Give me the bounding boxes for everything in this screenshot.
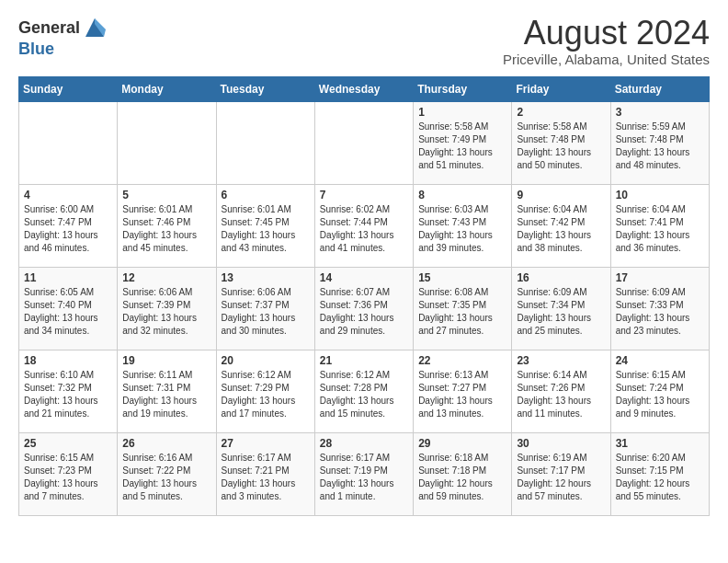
day-number: 15 xyxy=(418,271,506,284)
calendar-week-row: 1Sunrise: 5:58 AM Sunset: 7:49 PM Daylig… xyxy=(19,101,710,184)
column-header-wednesday: Wednesday xyxy=(314,76,413,101)
cell-content: Sunrise: 6:01 AM Sunset: 7:45 PM Dayligh… xyxy=(222,203,310,255)
calendar-cell: 2Sunrise: 5:58 AM Sunset: 7:48 PM Daylig… xyxy=(512,101,610,184)
column-header-monday: Monday xyxy=(118,76,216,101)
cell-content: Sunrise: 6:09 AM Sunset: 7:34 PM Dayligh… xyxy=(517,286,605,338)
day-number: 23 xyxy=(517,354,605,367)
calendar-week-row: 25Sunrise: 6:15 AM Sunset: 7:23 PM Dayli… xyxy=(19,432,710,515)
day-number: 6 xyxy=(222,189,310,201)
day-number: 31 xyxy=(616,437,704,450)
day-number: 4 xyxy=(24,189,112,201)
day-number: 13 xyxy=(222,271,310,284)
calendar-week-row: 18Sunrise: 6:10 AM Sunset: 7:32 PM Dayli… xyxy=(19,350,710,432)
calendar-cell xyxy=(118,101,216,184)
calendar-cell: 15Sunrise: 6:08 AM Sunset: 7:35 PM Dayli… xyxy=(414,267,512,350)
day-number: 12 xyxy=(122,271,210,284)
calendar-header-row: SundayMondayTuesdayWednesdayThursdayFrid… xyxy=(19,76,710,101)
cell-content: Sunrise: 6:13 AM Sunset: 7:27 PM Dayligh… xyxy=(418,369,506,420)
cell-content: Sunrise: 6:17 AM Sunset: 7:19 PM Dayligh… xyxy=(320,452,408,503)
cell-content: Sunrise: 5:58 AM Sunset: 7:48 PM Dayligh… xyxy=(517,121,605,172)
cell-content: Sunrise: 6:18 AM Sunset: 7:18 PM Dayligh… xyxy=(418,452,506,503)
cell-content: Sunrise: 6:10 AM Sunset: 7:32 PM Dayligh… xyxy=(24,369,112,420)
calendar-cell: 10Sunrise: 6:04 AM Sunset: 7:41 PM Dayli… xyxy=(610,184,709,267)
day-number: 27 xyxy=(222,437,310,450)
cell-content: Sunrise: 6:16 AM Sunset: 7:22 PM Dayligh… xyxy=(122,452,210,503)
day-number: 14 xyxy=(320,271,408,284)
calendar-cell: 26Sunrise: 6:16 AM Sunset: 7:22 PM Dayli… xyxy=(118,432,216,515)
column-header-sunday: Sunday xyxy=(19,76,118,101)
cell-content: Sunrise: 6:04 AM Sunset: 7:41 PM Dayligh… xyxy=(616,203,704,255)
day-number: 5 xyxy=(122,189,210,201)
day-number: 9 xyxy=(517,189,605,201)
day-number: 2 xyxy=(517,106,605,119)
calendar-cell: 8Sunrise: 6:03 AM Sunset: 7:43 PM Daylig… xyxy=(414,184,512,267)
calendar-cell: 11Sunrise: 6:05 AM Sunset: 7:40 PM Dayli… xyxy=(19,267,118,350)
calendar-table: SundayMondayTuesdayWednesdayThursdayFrid… xyxy=(18,76,710,516)
cell-content: Sunrise: 6:04 AM Sunset: 7:42 PM Dayligh… xyxy=(517,203,605,255)
cell-content: Sunrise: 6:07 AM Sunset: 7:36 PM Dayligh… xyxy=(320,286,408,338)
day-number: 24 xyxy=(616,354,704,367)
calendar-cell: 23Sunrise: 6:14 AM Sunset: 7:26 PM Dayli… xyxy=(512,350,610,432)
day-number: 17 xyxy=(616,271,704,284)
cell-content: Sunrise: 6:01 AM Sunset: 7:46 PM Dayligh… xyxy=(122,203,210,255)
cell-content: Sunrise: 6:19 AM Sunset: 7:17 PM Dayligh… xyxy=(517,452,605,503)
day-number: 3 xyxy=(616,106,704,119)
location-title: Priceville, Alabama, United States xyxy=(503,52,710,67)
day-number: 22 xyxy=(418,354,506,367)
cell-content: Sunrise: 6:06 AM Sunset: 7:37 PM Dayligh… xyxy=(222,286,310,338)
day-number: 21 xyxy=(320,354,408,367)
cell-content: Sunrise: 6:14 AM Sunset: 7:26 PM Dayligh… xyxy=(517,369,605,420)
day-number: 16 xyxy=(517,271,605,284)
cell-content: Sunrise: 5:59 AM Sunset: 7:48 PM Dayligh… xyxy=(616,121,704,172)
title-area: August 2024 Priceville, Alabama, United … xyxy=(503,15,710,67)
column-header-saturday: Saturday xyxy=(610,76,709,101)
calendar-cell xyxy=(19,101,118,184)
calendar-cell: 25Sunrise: 6:15 AM Sunset: 7:23 PM Dayli… xyxy=(19,432,118,515)
calendar-cell: 27Sunrise: 6:17 AM Sunset: 7:21 PM Dayli… xyxy=(216,432,314,515)
calendar-cell xyxy=(216,101,314,184)
calendar-cell: 17Sunrise: 6:09 AM Sunset: 7:33 PM Dayli… xyxy=(610,267,709,350)
calendar-cell: 20Sunrise: 6:12 AM Sunset: 7:29 PM Dayli… xyxy=(216,350,314,432)
calendar-cell: 13Sunrise: 6:06 AM Sunset: 7:37 PM Dayli… xyxy=(216,267,314,350)
day-number: 11 xyxy=(24,271,112,284)
cell-content: Sunrise: 6:09 AM Sunset: 7:33 PM Dayligh… xyxy=(616,286,704,338)
month-title: August 2024 xyxy=(503,15,710,52)
day-number: 20 xyxy=(222,354,310,367)
calendar-cell: 5Sunrise: 6:01 AM Sunset: 7:46 PM Daylig… xyxy=(118,184,216,267)
cell-content: Sunrise: 6:12 AM Sunset: 7:29 PM Dayligh… xyxy=(222,369,310,420)
calendar-cell: 9Sunrise: 6:04 AM Sunset: 7:42 PM Daylig… xyxy=(512,184,610,267)
cell-content: Sunrise: 6:15 AM Sunset: 7:24 PM Dayligh… xyxy=(616,369,704,420)
calendar-cell: 3Sunrise: 5:59 AM Sunset: 7:48 PM Daylig… xyxy=(610,101,709,184)
cell-content: Sunrise: 5:58 AM Sunset: 7:49 PM Dayligh… xyxy=(418,121,506,172)
calendar-cell: 16Sunrise: 6:09 AM Sunset: 7:34 PM Dayli… xyxy=(512,267,610,350)
calendar-cell xyxy=(314,101,413,184)
logo-blue-text: Blue xyxy=(18,40,108,57)
calendar-cell: 22Sunrise: 6:13 AM Sunset: 7:27 PM Dayli… xyxy=(414,350,512,432)
cell-content: Sunrise: 6:08 AM Sunset: 7:35 PM Dayligh… xyxy=(418,286,506,338)
calendar-cell: 21Sunrise: 6:12 AM Sunset: 7:28 PM Dayli… xyxy=(314,350,413,432)
day-number: 7 xyxy=(320,189,408,201)
column-header-tuesday: Tuesday xyxy=(216,76,314,101)
cell-content: Sunrise: 6:20 AM Sunset: 7:15 PM Dayligh… xyxy=(616,452,704,503)
calendar-cell: 14Sunrise: 6:07 AM Sunset: 7:36 PM Dayli… xyxy=(314,267,413,350)
day-number: 26 xyxy=(122,437,210,450)
day-number: 19 xyxy=(122,354,210,367)
cell-content: Sunrise: 6:17 AM Sunset: 7:21 PM Dayligh… xyxy=(222,452,310,503)
calendar-cell: 7Sunrise: 6:02 AM Sunset: 7:44 PM Daylig… xyxy=(314,184,413,267)
cell-content: Sunrise: 6:02 AM Sunset: 7:44 PM Dayligh… xyxy=(320,203,408,255)
cell-content: Sunrise: 6:03 AM Sunset: 7:43 PM Dayligh… xyxy=(418,203,506,255)
day-number: 1 xyxy=(418,106,506,119)
calendar-week-row: 4Sunrise: 6:00 AM Sunset: 7:47 PM Daylig… xyxy=(19,184,710,267)
logo-icon xyxy=(82,15,108,40)
column-header-friday: Friday xyxy=(512,76,610,101)
day-number: 29 xyxy=(418,437,506,450)
cell-content: Sunrise: 6:12 AM Sunset: 7:28 PM Dayligh… xyxy=(320,369,408,420)
logo-general-text: General xyxy=(18,19,80,36)
day-number: 10 xyxy=(616,189,704,201)
cell-content: Sunrise: 6:00 AM Sunset: 7:47 PM Dayligh… xyxy=(24,203,112,255)
cell-content: Sunrise: 6:15 AM Sunset: 7:23 PM Dayligh… xyxy=(24,452,112,503)
column-header-thursday: Thursday xyxy=(414,76,512,101)
page-header: General Blue August 2024 Priceville, Ala… xyxy=(18,15,710,67)
cell-content: Sunrise: 6:06 AM Sunset: 7:39 PM Dayligh… xyxy=(122,286,210,338)
calendar-cell: 12Sunrise: 6:06 AM Sunset: 7:39 PM Dayli… xyxy=(118,267,216,350)
